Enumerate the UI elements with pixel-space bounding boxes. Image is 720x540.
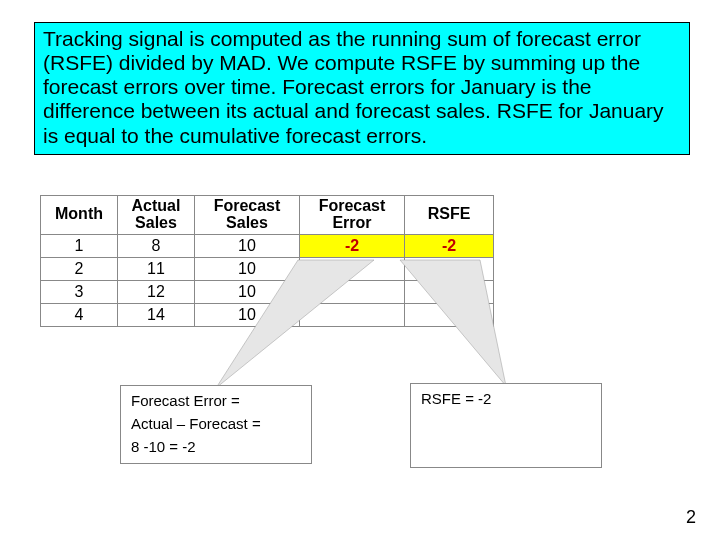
data-table: Month Actual Sales Forecast Sales Foreca… (40, 195, 494, 327)
header-rsfe: RSFE (405, 196, 494, 235)
cell-forecast: 10 (195, 303, 300, 326)
cell-error (300, 303, 405, 326)
callout-forecast-error: Forecast Error = Actual – Forecast = 8 -… (120, 385, 312, 464)
header-forecast: Forecast Sales (195, 196, 300, 235)
table-header-row: Month Actual Sales Forecast Sales Foreca… (41, 196, 494, 235)
table-row: 2 11 10 (41, 257, 494, 280)
cell-forecast: 10 (195, 280, 300, 303)
cell-error: -2 (300, 234, 405, 257)
cell-error (300, 280, 405, 303)
header-error: Forecast Error (300, 196, 405, 235)
cell-month: 2 (41, 257, 118, 280)
callout-line: Forecast Error = (121, 386, 311, 411)
cell-rsfe (405, 303, 494, 326)
cell-rsfe: -2 (405, 234, 494, 257)
table-body: 1 8 10 -2 -2 2 11 10 3 12 10 4 14 10 (41, 234, 494, 326)
description-text: Tracking signal is computed as the runni… (43, 27, 664, 147)
description-box: Tracking signal is computed as the runni… (34, 22, 690, 155)
callout-line: 8 -10 = -2 (121, 434, 311, 463)
header-actual: Actual Sales (118, 196, 195, 235)
header-month: Month (41, 196, 118, 235)
table-row: 4 14 10 (41, 303, 494, 326)
cell-error (300, 257, 405, 280)
callout-line: Actual – Forecast = (121, 411, 311, 434)
callout-rsfe: RSFE = -2 (410, 383, 602, 468)
table-row: 1 8 10 -2 -2 (41, 234, 494, 257)
cell-actual: 12 (118, 280, 195, 303)
cell-forecast: 10 (195, 257, 300, 280)
cell-actual: 14 (118, 303, 195, 326)
page-number: 2 (686, 507, 696, 528)
cell-month: 1 (41, 234, 118, 257)
cell-actual: 8 (118, 234, 195, 257)
table-row: 3 12 10 (41, 280, 494, 303)
cell-month: 3 (41, 280, 118, 303)
cell-forecast: 10 (195, 234, 300, 257)
cell-rsfe (405, 257, 494, 280)
cell-actual: 11 (118, 257, 195, 280)
callout-line: RSFE = -2 (411, 384, 601, 467)
cell-month: 4 (41, 303, 118, 326)
cell-rsfe (405, 280, 494, 303)
